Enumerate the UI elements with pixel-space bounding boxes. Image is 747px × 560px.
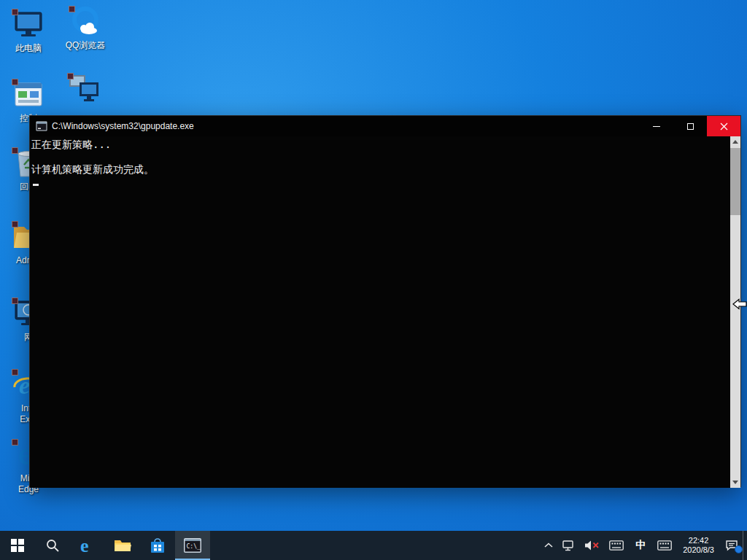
taskbar-file-explorer-button[interactable]	[105, 531, 140, 560]
control-panel-icon	[12, 79, 44, 111]
desktop-icon-network-places[interactable]	[55, 73, 112, 107]
overlay-badge	[12, 439, 18, 446]
network-ethernet-icon	[562, 540, 576, 551]
mouse-cursor-left-arrow-icon	[732, 298, 747, 313]
window-title: C:\Windows\system32\gpupdate.exe	[52, 121, 640, 131]
tray-clock[interactable]: 22:42 2020/8/3	[676, 531, 721, 560]
console-line: 计算机策略更新成功完成。	[31, 163, 727, 176]
overlay-badge	[12, 147, 18, 154]
overlay-badge	[12, 298, 18, 304]
show-desktop-button[interactable]	[743, 531, 747, 560]
desktop-icon-qq-browser[interactable]: QQ浏览器	[57, 6, 114, 51]
notification-dot	[735, 545, 743, 553]
scroll-down-arrow-icon[interactable]	[730, 477, 740, 488]
overlay-badge	[12, 369, 18, 376]
close-button[interactable]	[707, 116, 740, 136]
close-icon	[720, 122, 728, 131]
desktop: 此电脑 QQ浏览器 控制	[0, 0, 747, 560]
start-button[interactable]	[0, 531, 35, 560]
overlay-badge	[69, 6, 75, 12]
search-button[interactable]	[35, 531, 70, 560]
console-line	[31, 151, 727, 163]
desktop-icon-label: QQ浏览器	[66, 40, 106, 51]
this-pc-icon	[12, 9, 44, 41]
action-center-button[interactable]	[721, 531, 743, 560]
volume-muted-icon	[584, 540, 600, 551]
clock-date: 2020/8/3	[683, 545, 714, 555]
tray-show-hidden-icons-button[interactable]	[539, 531, 558, 560]
svg-text:C:\_: C:\_	[187, 543, 201, 550]
tray-touch-keyboard-button[interactable]	[605, 531, 628, 560]
console-output[interactable]: 正在更新策略... 计算机策略更新成功完成。	[30, 136, 740, 488]
tray-input-keyboard-button[interactable]	[653, 531, 676, 560]
overlay-badge	[12, 79, 18, 85]
svg-text:e: e	[80, 536, 89, 555]
windows-logo-icon	[11, 539, 24, 552]
taskbar-store-button[interactable]	[140, 531, 175, 560]
cmd-window-icon	[36, 121, 47, 131]
file-explorer-icon	[114, 538, 131, 553]
taskbar: e	[0, 531, 747, 560]
keyboard-icon	[609, 540, 624, 551]
tray-volume-button[interactable]	[580, 531, 605, 560]
maximize-button[interactable]	[673, 116, 707, 136]
keyboard-icon	[657, 540, 672, 551]
edge-icon: e	[78, 536, 97, 555]
minimize-button[interactable]	[640, 116, 673, 136]
desktop-icon-label: 此电脑	[15, 43, 42, 54]
clock-time: 22:42	[683, 536, 714, 545]
ime-mode-label: 中	[632, 539, 649, 552]
minimize-icon	[653, 126, 660, 127]
console-titlebar[interactable]: C:\Windows\system32\gpupdate.exe	[30, 116, 740, 136]
svg-text:e: e	[19, 372, 30, 399]
microsoft-store-icon	[150, 537, 166, 554]
qq-browser-icon	[69, 6, 101, 38]
taskbar-command-prompt-button[interactable]: C:\_	[175, 531, 210, 560]
command-prompt-icon: C:\_	[183, 537, 202, 553]
tray-ime-indicator[interactable]: 中	[628, 531, 653, 560]
tray-network-button[interactable]	[558, 531, 580, 560]
network-places-icon	[68, 73, 100, 105]
console-cursor	[33, 184, 39, 186]
chevron-up-icon	[543, 542, 554, 549]
console-window: C:\Windows\system32\gpupdate.exe 正在更新策略.…	[29, 115, 741, 487]
search-icon	[45, 538, 60, 553]
overlay-badge	[12, 9, 18, 15]
console-line: 正在更新策略...	[31, 139, 727, 151]
taskbar-edge-button[interactable]: e	[70, 531, 105, 560]
scroll-up-arrow-icon[interactable]	[730, 136, 740, 147]
overlay-badge	[12, 221, 18, 228]
overlay-badge	[67, 73, 74, 79]
desktop-icon-this-pc[interactable]: 此电脑	[0, 9, 57, 54]
maximize-icon	[687, 123, 694, 130]
scrollbar-thumb[interactable]	[730, 148, 740, 215]
